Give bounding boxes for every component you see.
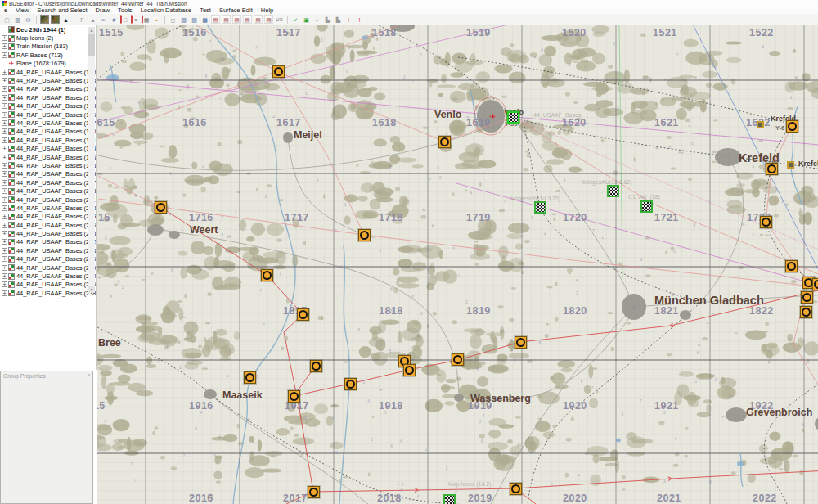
route-line[interactable] [195, 25, 276, 71]
tree-item-44-raf-usaaf-bases-1905[interactable]: +44_RAF_USAAF_Bases (1905) [0, 128, 96, 136]
toolbar-green-box-button[interactable]: ▣ [302, 15, 311, 24]
menu-view[interactable]: View [11, 7, 33, 14]
expander-icon[interactable]: + [2, 155, 7, 160]
toolbar-map-thumb-2-button[interactable] [51, 15, 60, 24]
map-icon-yellow[interactable] [438, 136, 451, 148]
map-icon-yellow[interactable] [786, 120, 798, 133]
map-icon-yellow[interactable] [344, 378, 357, 390]
expander-icon[interactable]: + [2, 188, 7, 194]
map-icon-green[interactable] [443, 494, 456, 504]
expander-icon[interactable]: + [2, 70, 7, 75]
tree-item-44-raf-usaaf-bases-2088[interactable]: +44_RAF_USAAF_Bases (2088) [0, 187, 96, 195]
map-icon-yellow[interactable] [358, 229, 371, 241]
tree-item-44-raf-usaaf-bases-2221[interactable]: +44_RAF_USAAF_Bases (2221) [0, 238, 96, 246]
menu-surface-edit[interactable]: Surface Edit [215, 7, 257, 14]
toolbar-map-thumb-1-button[interactable] [40, 15, 49, 24]
airfield-square-icon[interactable] [757, 121, 764, 128]
expander-icon[interactable]: + [2, 120, 7, 126]
tree-item-44-raf-usaaf-bases-2321[interactable]: +44_RAF_USAAF_Bases (2321) [0, 272, 96, 280]
tree-item-44-raf-usaaf-bases-2302[interactable]: +44_RAF_USAAF_Bases (2302) [0, 263, 96, 272]
toolbar-copy-button[interactable]: ▥ [13, 15, 22, 24]
map-icon-yellow[interactable] [288, 390, 300, 403]
menu-draw[interactable]: Draw [92, 7, 115, 14]
toolbar-select-box-button[interactable]: ◻ [169, 15, 178, 24]
expander-icon[interactable]: + [2, 231, 7, 236]
toolbar-up-tool-button[interactable]: ▲ [88, 15, 97, 24]
expander-icon[interactable]: + [2, 248, 7, 254]
tree-item-44-raf-usaaf-bases-1681[interactable]: +44_RAF_USAAF_Bases (1681) [0, 68, 96, 76]
expander-icon[interactable]: + [2, 197, 7, 203]
tree-item-44-raf-usaaf-bases-1963[interactable]: +44_RAF_USAAF_Bases (1963) [0, 153, 96, 161]
toolbar-stamp-3-button[interactable]: ▤ [232, 15, 241, 24]
map-icon-yellow[interactable] [297, 308, 309, 321]
toolbar-mail-button[interactable]: ✉ [24, 15, 33, 24]
tree-item-44-raf-usaaf-bases-2054[interactable]: +44_RAF_USAAF_Bases (2054) [0, 170, 96, 178]
toolbar-link-a-button[interactable]: ▧ [179, 15, 188, 24]
map-icon-yellow[interactable] [244, 371, 256, 384]
menu-location-database[interactable]: Location Database [137, 7, 196, 14]
expander-icon[interactable]: + [2, 43, 7, 49]
toolbar-filter-f-button[interactable]: F [78, 15, 87, 24]
scrollbar-thumb[interactable] [88, 34, 95, 56]
expander-icon[interactable]: + [2, 256, 7, 262]
toolbar-ux-tool-button[interactable]: UX [275, 15, 284, 24]
menu-tools[interactable]: Tools [114, 7, 137, 14]
tree-item-44-raf-usaaf-bases-1763[interactable]: +44_RAF_USAAF_Bases (1763) [0, 85, 96, 93]
expander-icon[interactable]: + [2, 171, 7, 177]
map-icon-yellow[interactable] [155, 201, 167, 214]
scroll-up-icon[interactable]: ▲ [88, 27, 95, 34]
tree-item-plane-1678-1679[interactable]: ✈Plane (1678:1679) [0, 60, 96, 68]
tree-item-44-raf-usaaf-bases-2071[interactable]: +44_RAF_USAAF_Bases (2071) [0, 178, 96, 187]
map-icon-green[interactable] [534, 201, 546, 214]
toolbar-warn-1-button[interactable]: ! [344, 15, 353, 24]
menu-search-and-select[interactable]: Search and Select [33, 7, 91, 14]
airfield-square-icon[interactable] [787, 161, 794, 169]
map-icon-yellow[interactable] [515, 336, 527, 349]
expander-icon[interactable]: + [2, 52, 7, 58]
tree-item-44-raf-usaaf-bases-1877[interactable]: +44_RAF_USAAF_Bases (1877) [0, 119, 96, 127]
map-icon-yellow[interactable] [403, 364, 416, 376]
tree-item-44-raf-usaaf-bases-2117[interactable]: +44_RAF_USAAF_Bases (2117) [0, 196, 96, 204]
toolbar-stamp-2-button[interactable]: ▤ [222, 15, 231, 24]
toolbar-stamp-4-button[interactable]: ▤ [243, 15, 252, 24]
expander-icon[interactable]: + [2, 281, 7, 287]
toolbar-upload-button[interactable]: ▲ [61, 15, 70, 24]
group-properties-panel[interactable]: Group Properties × Name: > Position X: m… [0, 371, 93, 504]
expander-icon[interactable]: + [2, 128, 7, 134]
tree-item-44-raf-usaaf-bases-2381[interactable]: +44_RAF_USAAF_Bases (2381) [0, 289, 96, 297]
toolbar-check-valid-button[interactable]: ✓ [291, 15, 300, 24]
toolbar-warn-2-button[interactable]: ! [355, 15, 364, 24]
expander-icon[interactable]: + [2, 137, 7, 143]
expander-icon[interactable]: + [2, 146, 7, 151]
expander-icon[interactable]: + [2, 265, 7, 271]
toolbar-grid-tool-button[interactable]: # [110, 15, 119, 24]
expander-icon[interactable]: + [2, 35, 7, 41]
toolbar-chart-2-button[interactable]: ▙ [334, 15, 343, 24]
tree-item-train-mission-183[interactable]: +Train Mission (183) [0, 43, 96, 51]
expander-icon[interactable]: + [2, 239, 7, 245]
tree-item-dec-29th-1944-1[interactable]: Dec 29th 1944 (1) [0, 25, 96, 34]
expander-icon[interactable]: + [2, 214, 7, 219]
tree-item-44-raf-usaaf-bases-2239[interactable]: +44_RAF_USAAF_Bases (2239) [0, 246, 96, 254]
map-icon-yellow[interactable] [261, 269, 273, 281]
tree-item-44-raf-usaaf-bases-2153[interactable]: +44_RAF_USAAF_Bases (2153) [0, 213, 96, 221]
menu-help[interactable]: Help [257, 7, 277, 14]
scroll-down-icon[interactable]: ▼ [88, 286, 95, 293]
mission-tree-panel[interactable]: Dec 29th 1944 (1)+Map Icons (2)+Train Mi… [0, 25, 97, 370]
tree-item-44-raf-usaaf-bases-1982[interactable]: +44_RAF_USAAF_Bases (1982) [0, 161, 96, 169]
map-icon-yellow[interactable] [310, 360, 322, 372]
tree-item-map-icons-2[interactable]: +Map Icons (2) [0, 34, 96, 42]
tree-item-44-raf-usaaf-bases-2189[interactable]: +44_RAF_USAAF_Bases (2189) [0, 229, 96, 237]
map-canvas[interactable] [97, 25, 818, 504]
tree-item-44-raf-usaaf-bases-2165[interactable]: +44_RAF_USAAF_Bases (2165) [0, 221, 96, 229]
map-icon-yellow[interactable] [452, 353, 464, 366]
map-icon-yellow[interactable] [510, 483, 522, 495]
plane-marker-icon[interactable]: ✈ [489, 113, 496, 121]
map-icon-yellow[interactable] [760, 216, 772, 228]
map-icon-yellow[interactable] [766, 163, 778, 175]
map-icon-yellow[interactable] [800, 306, 812, 318]
expander-icon[interactable]: + [2, 290, 7, 296]
toolbar-new-doc-button[interactable]: ▢ [2, 15, 11, 24]
map-icon-green[interactable] [640, 200, 653, 213]
tree-item-44-raf-usaaf-bases-1850[interactable]: +44_RAF_USAAF_Bases (1850) [0, 110, 96, 119]
